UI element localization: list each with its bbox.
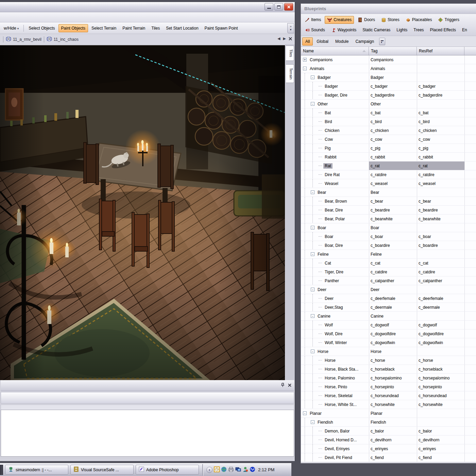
tree-row-cow[interactable]: Cowc_cowc_cow	[301, 135, 476, 144]
collapse-icon[interactable]: -	[311, 350, 314, 353]
palette-button-doors[interactable]: Doors	[355, 16, 377, 24]
palette-button-trees[interactable]: Trees	[411, 26, 426, 34]
column-header-name[interactable]: Name	[301, 47, 369, 55]
tab-scroll-right-button[interactable]: ▶	[283, 36, 286, 41]
column-header-tag[interactable]: Tag	[369, 47, 417, 55]
toolbar-item-select-objects[interactable]: Select Objects	[26, 24, 57, 32]
hide-icons-chevron[interactable]: ‹	[206, 467, 213, 473]
tree-row-wolf-dire[interactable]: Wolf, Direc_dogwolfdirec_dogwolfdire	[301, 329, 476, 338]
tree-row-other[interactable]: -OtherOther	[301, 100, 476, 108]
pin-button[interactable]	[281, 383, 285, 387]
tree-row-boar[interactable]: -BoarBoar	[301, 223, 476, 232]
restore-button[interactable]	[274, 3, 283, 11]
tree-row-bear-polar[interactable]: Bear, Polarc_bearwhitec_bearwhite	[301, 215, 476, 223]
tree-row-horse-skeletal[interactable]: Horse, Skeletalc_horseundeadc_horseundea…	[301, 391, 476, 400]
tree-row-boar[interactable]: Boarc_boarc_boar	[301, 232, 476, 241]
tree-row-bear-brown[interactable]: Bear, Brownc_bearc_bear	[301, 197, 476, 206]
tree-row-bird[interactable]: Birdc_birdc_bird	[301, 117, 476, 126]
collapse-icon[interactable]: -	[311, 190, 314, 194]
tree-row-canine[interactable]: -CanineCanine	[301, 312, 476, 321]
tree-row-devil-pit-fiend[interactable]: Devil, Pit Fiendc_fiendc_fiend	[301, 453, 476, 462]
tree-row-companions[interactable]: +CompanionsCompanions	[301, 55, 476, 64]
tree-row-rabbit[interactable]: Rabbitc_rabbitc_rabbit	[301, 153, 476, 162]
tree-row-horse-palomino[interactable]: Horse, Palominoc_horsepalominoc_horsepal…	[301, 374, 476, 382]
dual-monitor-tray-icon[interactable]	[235, 466, 241, 473]
toolbar-item-paint-spawn-point[interactable]: Paint Spawn Point	[202, 24, 241, 32]
palette-button-items[interactable]: Items	[302, 16, 323, 24]
tree-row-bear[interactable]: -BearBear	[301, 188, 476, 197]
palette-button-placeables[interactable]: Placeables	[403, 16, 435, 24]
tree-row-bear-dire[interactable]: Bear, Direc_beardirec_beardire	[301, 206, 476, 215]
side-tab-tiles[interactable]: Tiles	[286, 46, 294, 61]
tree-row-devil-horned-d[interactable]: Devil, Horned D...c_devilhornc_devilhorn	[301, 436, 476, 444]
taskbar-button-adobe[interactable]: Adobe Photoshop	[136, 465, 199, 475]
tab-scroll-left-button[interactable]: ◀	[277, 36, 280, 41]
taskbar-button-visual[interactable]: Visual SourceSafe ...	[70, 465, 134, 475]
palette-button-en[interactable]: En	[460, 26, 470, 34]
close-button[interactable]	[284, 3, 293, 11]
tree-row-dire-rat[interactable]: Dire Ratc_ratdirec_ratdire	[301, 170, 476, 179]
tree-row-horse-pinto[interactable]: Horse, Pintoc_horsepintoc_horsepinto	[301, 382, 476, 391]
tree-row-wolf-winter[interactable]: Wolf, Winterc_dogwolfwinc_dogwolfwin	[301, 338, 476, 347]
collapse-icon[interactable]: -	[311, 102, 314, 106]
tree-row-cat[interactable]: Catc_catc_cat	[301, 259, 476, 268]
palette-button-static-cameras[interactable]: Static Cameras	[360, 26, 393, 34]
person-tray-icon[interactable]	[242, 466, 248, 473]
collapse-icon[interactable]: -	[311, 226, 314, 230]
tree-row-chicken[interactable]: Chickenc_chickenc_chicken	[301, 126, 476, 135]
palette-button-sounds[interactable]: Sounds	[302, 26, 327, 34]
tree-row-panther[interactable]: Pantherc_catpantherc_catpanther	[301, 276, 476, 285]
toolbar-item-select-terrain[interactable]: Select Terrain	[89, 24, 119, 32]
collapse-icon[interactable]: -	[311, 75, 314, 79]
tree-row-horse[interactable]: Horsec_horsec_horse	[301, 356, 476, 365]
filter-tab-all[interactable]: All	[302, 37, 313, 46]
toolbar-item-tiles[interactable]: Tiles	[149, 24, 163, 32]
minimize-button[interactable]	[265, 3, 273, 11]
3d-viewport[interactable]	[0, 45, 285, 380]
collapse-icon[interactable]: -	[303, 411, 307, 415]
printer-tray-icon[interactable]	[228, 466, 234, 473]
tab-close-button[interactable]	[289, 37, 292, 40]
clock-tray-icon[interactable]	[214, 466, 220, 473]
tree-row-badger[interactable]: -BadgerBadger	[301, 73, 476, 82]
filter-tab-global[interactable]: Global	[313, 37, 332, 46]
palette-button-waypoints[interactable]: Waypoints	[329, 26, 359, 34]
tree-row-badger-dire[interactable]: Badger, Direc_badgerdirec_badgerdire	[301, 91, 476, 100]
filter-tab-campaign[interactable]: Campaign	[352, 37, 377, 46]
tree-row-wolf[interactable]: Wolfc_dogwolfc_dogwolf	[301, 321, 476, 329]
filter-overflow-button[interactable]: ▬▾	[379, 38, 385, 45]
results-panel[interactable]	[1, 410, 294, 457]
tree-row-deer[interactable]: Deerc_deerfemalec_deerfemale	[301, 294, 476, 303]
tree-row-deer[interactable]: -DeerDeer	[301, 285, 476, 294]
toolbar-item-paint-terrain[interactable]: Paint Terrain	[120, 24, 148, 32]
collapse-icon[interactable]: -	[311, 314, 314, 318]
audio-wave-tray-icon[interactable]	[250, 466, 255, 473]
toolbar-item-set-start-location[interactable]: Set Start Location	[163, 24, 201, 32]
expand-icon[interactable]: +	[303, 58, 307, 62]
tree-row-planar[interactable]: -PlanarPlanar	[301, 409, 476, 418]
toolbar-item-paint-objects[interactable]: Paint Objects	[58, 24, 88, 32]
toolbar-overflow-button[interactable]: »▾	[287, 23, 294, 33]
filter-tab-module[interactable]: Module	[332, 37, 352, 46]
palette-button-creatures[interactable]: Creatures	[325, 16, 354, 24]
tree-row-badger[interactable]: Badgerc_badgerc_badger	[301, 82, 476, 91]
tree-row-horse-white-st[interactable]: Horse, White St...c_horsewhitec_horsewhi…	[301, 400, 476, 409]
taskbar-button-simasmodern[interactable]: simasmodern :| - -...	[5, 465, 68, 475]
palette-button-triggers[interactable]: Triggers	[436, 16, 462, 24]
tree-row-tiger-dire[interactable]: Tiger, Direc_catdirec_catdire	[301, 268, 476, 276]
tree-row-animals[interactable]: -AnimalsAnimals	[301, 64, 476, 73]
globe-tray-icon[interactable]	[221, 466, 227, 473]
tree-row-boar-dire[interactable]: Boar, Direc_boardirec_boardire	[301, 241, 476, 250]
start-button-edge[interactable]	[0, 465, 3, 475]
panel-close-button[interactable]	[288, 384, 291, 387]
document-tab-11-inc-chaos[interactable]: 11_inc_chaos	[47, 36, 79, 42]
tree-row-demon-balor[interactable]: Demon, Balorc_balorc_balor	[301, 427, 476, 436]
collapse-icon[interactable]: -	[311, 252, 314, 256]
tree-row-pig[interactable]: Pigc_pigc_pig	[301, 144, 476, 153]
collapse-icon[interactable]: -	[311, 288, 314, 291]
palette-button-placed-effects[interactable]: Placed Effects	[428, 26, 459, 34]
palette-button-lights[interactable]: Lights	[394, 26, 410, 34]
collapse-icon[interactable]: -	[303, 67, 307, 70]
tree-row-weasel[interactable]: Weaselc_weaselc_weasel	[301, 179, 476, 188]
document-tab-11-a-rmv-bevil[interactable]: 11_a_rmv_bevil	[6, 36, 41, 42]
